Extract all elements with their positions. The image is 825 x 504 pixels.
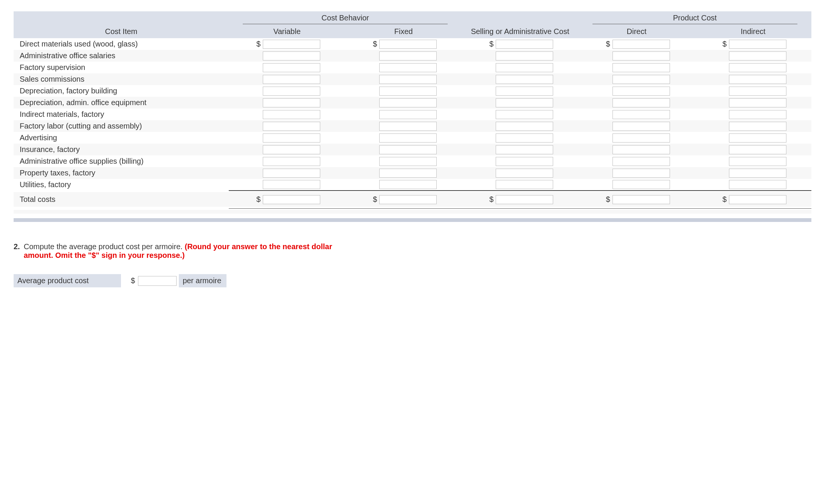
header-indirect: Indirect	[695, 26, 811, 38]
selling-admin-input[interactable]	[496, 40, 553, 49]
cost-item-label: Administrative office supplies (billing)	[14, 155, 229, 167]
indirect-input[interactable]	[729, 63, 786, 72]
table-row: Administrative office supplies (billing)	[14, 155, 811, 167]
indirect-input[interactable]	[729, 122, 786, 131]
fixed-input[interactable]	[379, 87, 437, 96]
total-label: Total costs	[14, 194, 229, 205]
direct-input[interactable]	[613, 133, 670, 143]
cost-item-label: Factory supervision	[14, 62, 229, 73]
average-product-cost-input[interactable]	[138, 276, 177, 286]
fixed-input[interactable]	[379, 157, 437, 166]
direct-input[interactable]	[613, 157, 670, 166]
total-indirect-input[interactable]	[729, 195, 786, 204]
indirect-input[interactable]	[729, 51, 786, 60]
table-row: Depreciation, factory building	[14, 85, 811, 97]
table-row: Factory labor (cutting and assembly)	[14, 120, 811, 132]
fixed-input[interactable]	[379, 98, 437, 107]
variable-input[interactable]	[263, 145, 320, 154]
fixed-input[interactable]	[379, 51, 437, 60]
selling-admin-input[interactable]	[496, 51, 553, 60]
total-variable-input[interactable]	[263, 195, 320, 204]
question-2: 2. Compute the average product cost per …	[14, 242, 354, 260]
section-divider	[14, 218, 811, 222]
fixed-input[interactable]	[379, 63, 437, 72]
variable-input[interactable]	[263, 122, 320, 131]
fixed-input[interactable]	[379, 75, 437, 84]
variable-input[interactable]	[263, 98, 320, 107]
direct-input[interactable]	[613, 87, 670, 96]
header-product-cost: Product Cost	[592, 14, 797, 24]
fixed-input[interactable]	[379, 169, 437, 178]
cost-item-label: Depreciation, admin. office equipment	[14, 97, 229, 109]
direct-input[interactable]	[613, 75, 670, 84]
variable-input[interactable]	[263, 63, 320, 72]
table-row: Factory supervision	[14, 62, 811, 73]
cost-item-label: Utilities, factory	[14, 179, 229, 191]
direct-input[interactable]	[613, 122, 670, 131]
cost-item-label: Indirect materials, factory	[14, 109, 229, 120]
selling-admin-input[interactable]	[496, 133, 553, 143]
selling-admin-input[interactable]	[496, 98, 553, 107]
variable-input[interactable]	[263, 169, 320, 178]
variable-input[interactable]	[263, 75, 320, 84]
cost-item-label: Property taxes, factory	[14, 167, 229, 179]
cost-item-label: Depreciation, factory building	[14, 85, 229, 97]
selling-admin-input[interactable]	[496, 122, 553, 131]
direct-input[interactable]	[613, 180, 670, 189]
selling-admin-input[interactable]	[496, 180, 553, 189]
selling-admin-input[interactable]	[496, 75, 553, 84]
fixed-input[interactable]	[379, 122, 437, 131]
variable-input[interactable]	[263, 110, 320, 119]
cost-item-label: Direct materials used (wood, glass)	[14, 38, 229, 50]
indirect-input[interactable]	[729, 145, 786, 154]
indirect-input[interactable]	[729, 87, 786, 96]
direct-input[interactable]	[613, 110, 670, 119]
selling-admin-input[interactable]	[496, 145, 553, 154]
table-row: Administrative office salaries	[14, 50, 811, 62]
direct-input[interactable]	[613, 145, 670, 154]
variable-input[interactable]	[263, 40, 320, 49]
indirect-input[interactable]	[729, 75, 786, 84]
selling-admin-input[interactable]	[496, 63, 553, 72]
direct-input[interactable]	[613, 98, 670, 107]
fixed-input[interactable]	[379, 180, 437, 189]
variable-input[interactable]	[263, 180, 320, 189]
table-row: Depreciation, admin. office equipment	[14, 97, 811, 109]
fixed-input[interactable]	[379, 133, 437, 143]
indirect-input[interactable]	[729, 133, 786, 143]
indirect-input[interactable]	[729, 40, 786, 49]
cost-item-label: Administrative office salaries	[14, 50, 229, 62]
header-cost-item: Cost Item	[14, 26, 229, 38]
fixed-input[interactable]	[379, 110, 437, 119]
variable-input[interactable]	[263, 51, 320, 60]
direct-input[interactable]	[613, 63, 670, 72]
total-selling-admin-input[interactable]	[496, 195, 553, 204]
table-row: Indirect materials, factory	[14, 109, 811, 120]
header-fixed: Fixed	[345, 26, 462, 38]
indirect-input[interactable]	[729, 180, 786, 189]
indirect-input[interactable]	[729, 157, 786, 166]
table-row: Utilities, factory	[14, 179, 811, 191]
indirect-input[interactable]	[729, 98, 786, 107]
variable-input[interactable]	[263, 133, 320, 143]
variable-input[interactable]	[263, 87, 320, 96]
total-direct-input[interactable]	[613, 195, 670, 204]
average-label: Average product cost	[14, 274, 121, 287]
direct-input[interactable]	[613, 51, 670, 60]
direct-input[interactable]	[613, 169, 670, 178]
indirect-input[interactable]	[729, 110, 786, 119]
variable-input[interactable]	[263, 157, 320, 166]
total-fixed-input[interactable]	[379, 195, 437, 204]
selling-admin-input[interactable]	[496, 87, 553, 96]
table-row: Advertising	[14, 132, 811, 144]
selling-admin-input[interactable]	[496, 169, 553, 178]
selling-admin-input[interactable]	[496, 157, 553, 166]
fixed-input[interactable]	[379, 40, 437, 49]
selling-admin-input[interactable]	[496, 110, 553, 119]
direct-input[interactable]	[613, 40, 670, 49]
table-row: Sales commissions	[14, 73, 811, 85]
indirect-input[interactable]	[729, 169, 786, 178]
fixed-input[interactable]	[379, 145, 437, 154]
table-row: Insurance, factory	[14, 144, 811, 155]
header-cost-behavior: Cost Behavior	[243, 14, 448, 24]
